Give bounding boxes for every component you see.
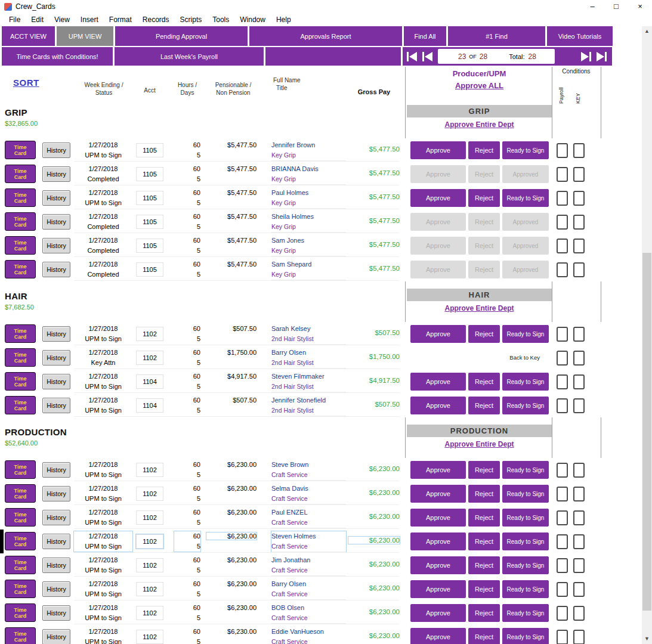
approve-button[interactable]: Approve <box>410 373 466 391</box>
ready-to-sign-button[interactable]: Ready to Sign <box>502 628 549 644</box>
reject-button[interactable]: Reject <box>468 580 500 598</box>
payroll-condition-checkbox[interactable] <box>557 582 568 597</box>
payroll-condition-checkbox[interactable] <box>557 327 568 342</box>
reject-button[interactable]: Reject <box>468 141 500 159</box>
approve-button[interactable]: Approve <box>410 397 466 414</box>
toolbar-button-pending-approval[interactable]: Pending Approval <box>115 26 248 46</box>
payroll-condition-checkbox[interactable] <box>557 606 568 621</box>
ready-to-sign-button[interactable]: Ready to Sign <box>502 509 549 527</box>
history-button[interactable]: History <box>42 326 70 342</box>
menu-edit[interactable]: Edit <box>26 16 49 24</box>
menu-window[interactable]: Window <box>234 16 271 24</box>
key-condition-checkbox[interactable] <box>573 215 585 230</box>
key-condition-checkbox[interactable] <box>573 143 585 158</box>
history-button[interactable]: History <box>42 510 70 525</box>
menu-view[interactable]: View <box>49 16 75 24</box>
history-button[interactable]: History <box>42 214 70 230</box>
time-card-button[interactable]: TimeCard <box>5 484 36 503</box>
approve-entire-dept-link[interactable]: Approve Entire Dept <box>407 440 552 448</box>
ready-to-sign-button[interactable]: Ready to Sign <box>502 604 549 622</box>
ready-to-sign-button[interactable]: Ready to Sign <box>502 580 549 598</box>
payroll-condition-checkbox[interactable] <box>557 463 568 478</box>
menu-insert[interactable]: Insert <box>75 16 104 24</box>
sort-link[interactable]: SORT <box>13 78 39 88</box>
payroll-condition-checkbox[interactable] <box>557 398 568 413</box>
reject-button[interactable]: Reject <box>468 461 500 479</box>
scroll-up-arrow[interactable]: ▲ <box>642 26 652 36</box>
last-record-button[interactable] <box>597 52 607 61</box>
time-card-button[interactable]: TimeCard <box>5 556 36 574</box>
key-condition-checkbox[interactable] <box>573 463 585 478</box>
key-condition-checkbox[interactable] <box>573 606 585 621</box>
payroll-condition-checkbox[interactable] <box>557 351 568 366</box>
minimize-button[interactable]: – <box>580 0 604 13</box>
ready-to-sign-button[interactable]: Ready to Sign <box>502 461 549 479</box>
toolbar-button-video-tutorials[interactable]: Video Tutorials <box>547 26 613 46</box>
ready-to-sign-button[interactable]: Ready to Sign <box>502 373 549 391</box>
close-button[interactable]: × <box>628 0 652 13</box>
approve-entire-dept-link[interactable]: Approve Entire Dept <box>407 304 552 312</box>
history-button[interactable]: History <box>42 398 70 413</box>
first-record-button[interactable] <box>407 52 417 61</box>
history-button[interactable]: History <box>42 238 70 253</box>
approve-entire-dept-link[interactable]: Approve Entire Dept <box>407 120 552 129</box>
menu-records[interactable]: Records <box>137 16 175 24</box>
time-card-button[interactable]: TimeCard <box>5 396 36 414</box>
time-card-button[interactable]: TimeCard <box>5 348 36 367</box>
key-condition-checkbox[interactable] <box>573 487 585 501</box>
payroll-condition-checkbox[interactable] <box>557 262 568 277</box>
history-button[interactable]: History <box>42 534 70 549</box>
payroll-condition-checkbox[interactable] <box>557 143 568 158</box>
reject-button[interactable]: Reject <box>468 509 500 527</box>
payroll-condition-checkbox[interactable] <box>557 191 568 206</box>
vertical-scrollbar[interactable]: ▲ ▼ <box>642 26 652 644</box>
reject-button[interactable]: Reject <box>468 325 500 343</box>
ready-to-sign-button[interactable]: Ready to Sign <box>502 397 549 414</box>
next-record-button[interactable] <box>581 52 591 61</box>
time-card-button[interactable]: TimeCard <box>5 508 36 527</box>
approve-button[interactable]: Approve <box>410 325 466 343</box>
reject-button[interactable]: Reject <box>468 604 500 622</box>
approve-button[interactable]: Approve <box>410 189 466 207</box>
toolbar-button-upm-view[interactable]: UPM VIEW <box>57 26 113 46</box>
key-condition-checkbox[interactable] <box>573 582 585 597</box>
scrollbar-thumb[interactable] <box>642 253 651 611</box>
time-card-button[interactable]: TimeCard <box>5 324 36 343</box>
payroll-condition-checkbox[interactable] <box>557 374 568 389</box>
payroll-condition-checkbox[interactable] <box>557 558 568 573</box>
payroll-condition-checkbox[interactable] <box>557 630 568 644</box>
key-condition-checkbox[interactable] <box>573 167 585 182</box>
ready-to-sign-button[interactable]: Ready to Sign <box>502 485 549 503</box>
payroll-condition-checkbox[interactable] <box>557 487 568 501</box>
time-card-button[interactable]: TimeCard <box>5 188 36 207</box>
history-button[interactable]: History <box>42 558 70 573</box>
menu-help[interactable]: Help <box>271 16 296 24</box>
key-condition-checkbox[interactable] <box>573 374 585 389</box>
approve-button[interactable]: Approve <box>410 580 466 598</box>
previous-record-button[interactable] <box>422 52 432 61</box>
payroll-condition-checkbox[interactable] <box>557 239 568 253</box>
maximize-button[interactable]: □ <box>604 0 628 13</box>
key-condition-checkbox[interactable] <box>573 558 585 573</box>
approve-button[interactable]: Approve <box>410 509 466 527</box>
time-card-button[interactable]: TimeCard <box>5 212 36 231</box>
reject-button[interactable]: Reject <box>468 397 500 414</box>
approve-all-link[interactable]: Approve ALL <box>455 81 503 90</box>
approve-button[interactable]: Approve <box>410 532 466 550</box>
key-condition-checkbox[interactable] <box>573 351 585 366</box>
menu-format[interactable]: Format <box>104 16 137 24</box>
ready-to-sign-button[interactable]: Ready to Sign <box>502 189 549 207</box>
menu-scripts[interactable]: Scripts <box>175 16 208 24</box>
history-button[interactable]: History <box>42 486 70 501</box>
history-button[interactable]: History <box>42 605 70 621</box>
key-condition-checkbox[interactable] <box>573 510 585 525</box>
toolbar-button-find-all[interactable]: Find All <box>404 26 446 46</box>
payroll-condition-checkbox[interactable] <box>557 534 568 549</box>
history-button[interactable]: History <box>42 374 70 389</box>
last-weeks-payroll-button[interactable]: Last Week's Payroll <box>115 47 264 66</box>
approve-button[interactable]: Approve <box>410 141 466 159</box>
ready-to-sign-button[interactable]: Ready to Sign <box>502 556 549 574</box>
approve-button[interactable]: Approve <box>410 485 466 503</box>
scroll-down-arrow[interactable]: ▼ <box>642 634 652 644</box>
key-condition-checkbox[interactable] <box>573 262 585 277</box>
